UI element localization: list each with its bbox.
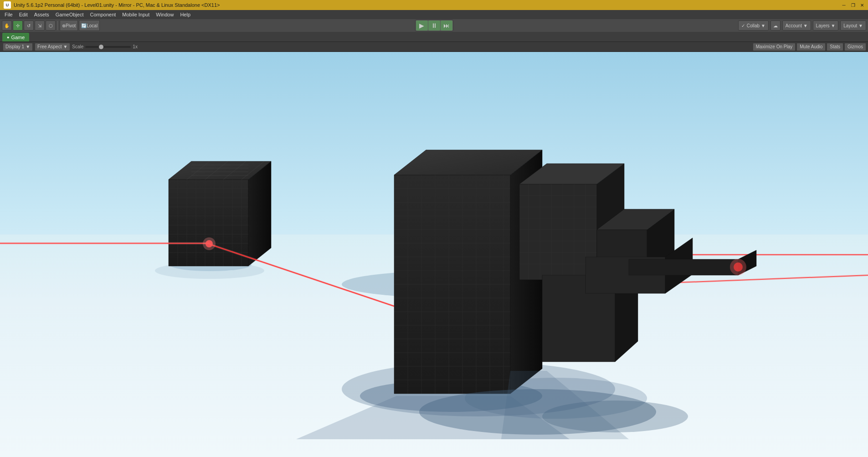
cloud-button[interactable]: ☁	[770, 21, 781, 31]
display-dropdown[interactable]: Display 1 ▼	[3, 43, 33, 51]
stats-button[interactable]: Stats	[827, 43, 843, 51]
title-bar: U Unity 5.6.1p2 Personal (64bit) - Level…	[0, 0, 868, 10]
window-title: Unity 5.6.1p2 Personal (64bit) - Level01…	[14, 2, 864, 8]
game-tab-label: Game	[11, 35, 25, 40]
game-right-controls: Maximize On Play Mute Audio Stats Gizmos	[753, 43, 866, 51]
menu-mobile-input[interactable]: Mobile Input	[119, 11, 152, 18]
minimize-button[interactable]: ─	[840, 1, 848, 9]
gizmos-button[interactable]: Gizmos	[844, 43, 866, 51]
separator-1	[57, 21, 58, 30]
close-button[interactable]: ✕	[858, 1, 866, 9]
pause-button[interactable]: ⏸	[428, 21, 440, 31]
layers-label: Layers ▼	[816, 23, 836, 28]
game-tab-icon: ●	[7, 35, 9, 40]
maximize-on-play-button[interactable]: Maximize On Play	[753, 43, 796, 51]
menu-help[interactable]: Help	[177, 11, 193, 18]
mute-audio-button[interactable]: Mute Audio	[796, 43, 826, 51]
step-button[interactable]: ⏭	[441, 21, 452, 31]
window-controls: ─ ❐ ✕	[840, 1, 866, 9]
game-toolbar: Display 1 ▼ Free Aspect ▼ Scale 1x Maxim…	[0, 42, 868, 52]
menu-bar: File Edit Assets GameObject Component Mo…	[0, 10, 868, 19]
display-label: Display 1	[5, 44, 24, 49]
scale-thumb[interactable]	[99, 45, 103, 49]
app-icon: U	[4, 1, 11, 9]
main-toolbar: ✋ ✢ ↺ ⇲ ⬡ ⊕ Pivot 🔄 Local ▶ ⏸ ⏭ ✓ Collab…	[0, 19, 868, 32]
tool-scale[interactable]: ⇲	[35, 21, 45, 31]
collab-dropdown[interactable]: ✓ Collab ▼	[738, 21, 769, 31]
menu-gameobject[interactable]: GameObject	[53, 11, 87, 18]
aspect-label: Free Aspect	[37, 44, 62, 49]
game-tabbar: ● Game	[0, 32, 868, 42]
scale-track[interactable]	[85, 46, 131, 48]
restore-button[interactable]: ❐	[849, 1, 857, 9]
local-label: Local	[87, 23, 98, 28]
scale-value: 1x	[133, 44, 138, 49]
menu-edit[interactable]: Edit	[16, 11, 31, 18]
tool-rotate[interactable]: ↺	[24, 21, 34, 31]
layers-dropdown[interactable]: Layers ▼	[813, 21, 839, 31]
menu-component[interactable]: Component	[87, 11, 118, 18]
svg-marker-73	[519, 184, 597, 280]
scale-container: Scale 1x	[72, 44, 138, 49]
account-label: Account ▼	[786, 23, 808, 28]
aspect-arrow: ▼	[63, 44, 67, 49]
game-tab[interactable]: ● Game	[2, 32, 30, 41]
pivot-label: Pivot	[66, 23, 76, 28]
account-dropdown[interactable]: Account ▼	[782, 21, 811, 31]
play-button[interactable]: ▶	[416, 21, 428, 31]
layout-label: Layout ▼	[843, 23, 863, 28]
pivot-icon: ⊕	[62, 23, 66, 28]
3d-scene	[0, 52, 868, 457]
local-icon: 🔄	[81, 23, 87, 28]
layout-dropdown[interactable]: Layout ▼	[840, 21, 866, 31]
svg-marker-96	[629, 259, 738, 275]
menu-assets[interactable]: Assets	[31, 11, 52, 18]
tool-move[interactable]: ✢	[13, 21, 23, 31]
play-controls: ▶ ⏸ ⏭	[415, 20, 453, 31]
tool-hand[interactable]: ✋	[2, 21, 12, 31]
pivot-toggle[interactable]: ⊕ Pivot	[60, 21, 77, 31]
local-toggle-group: 🔄 Local	[79, 20, 100, 31]
aspect-dropdown[interactable]: Free Aspect ▼	[35, 43, 70, 51]
tool-rect[interactable]: ⬡	[46, 21, 56, 31]
menu-window[interactable]: Window	[153, 11, 176, 18]
display-arrow: ▼	[26, 44, 30, 49]
svg-marker-8	[248, 161, 271, 266]
local-toggle[interactable]: 🔄 Local	[79, 21, 99, 31]
game-viewport	[0, 52, 868, 457]
right-toolbar: ✓ Collab ▼ ☁ Account ▼ Layers ▼ Layout ▼	[738, 21, 866, 31]
collab-label: Collab ▼	[747, 23, 765, 28]
collab-check: ✓	[741, 23, 745, 28]
scale-label: Scale	[72, 44, 83, 49]
svg-point-43	[203, 237, 216, 250]
svg-point-99	[730, 259, 746, 275]
menu-file[interactable]: File	[2, 11, 15, 18]
pivot-toggle-group: ⊕ Pivot	[60, 20, 78, 31]
